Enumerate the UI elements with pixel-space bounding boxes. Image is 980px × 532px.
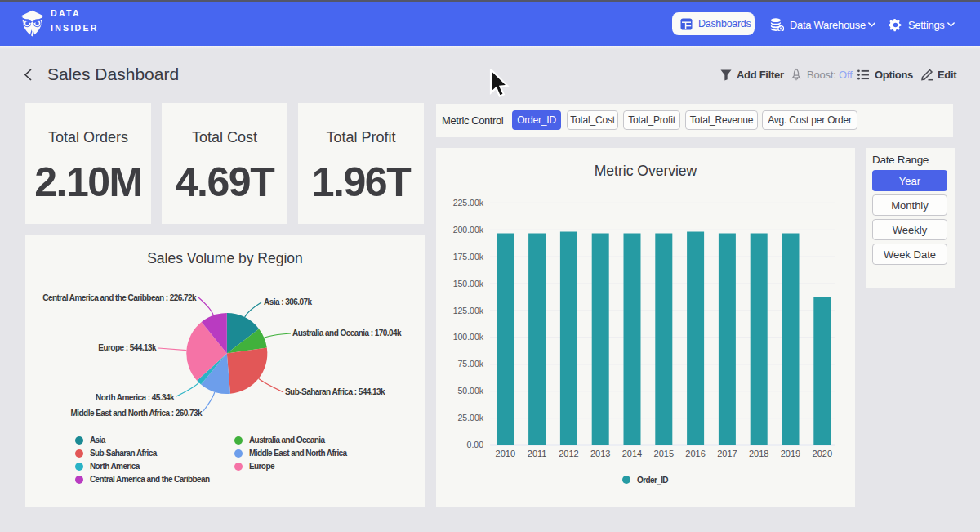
svg-text:100.00k: 100.00k (453, 332, 484, 342)
svg-text:2019: 2019 (781, 449, 800, 458)
svg-text:75.00k: 75.00k (457, 359, 483, 369)
svg-text:2010: 2010 (496, 449, 515, 458)
svg-text:2016: 2016 (685, 449, 705, 458)
svg-text:2017: 2017 (717, 449, 737, 458)
svg-text:125.00k: 125.00k (453, 306, 484, 315)
svg-text:2011: 2011 (528, 449, 547, 458)
svg-text:2020: 2020 (813, 449, 832, 458)
svg-text:2012: 2012 (559, 449, 578, 458)
svg-text:200.00k: 200.00k (453, 225, 484, 235)
svg-text:2014: 2014 (622, 449, 642, 458)
svg-text:150.00k: 150.00k (453, 279, 484, 288)
svg-text:2013: 2013 (590, 449, 610, 458)
svg-text:2018: 2018 (749, 449, 768, 458)
svg-text:50.00k: 50.00k (457, 386, 483, 396)
svg-text:225.00k: 225.00k (453, 198, 484, 208)
svg-text:0.00: 0.00 (467, 440, 484, 449)
svg-text:175.00k: 175.00k (453, 252, 484, 262)
svg-text:25.00k: 25.00k (457, 413, 483, 422)
svg-text:2015: 2015 (654, 449, 674, 458)
